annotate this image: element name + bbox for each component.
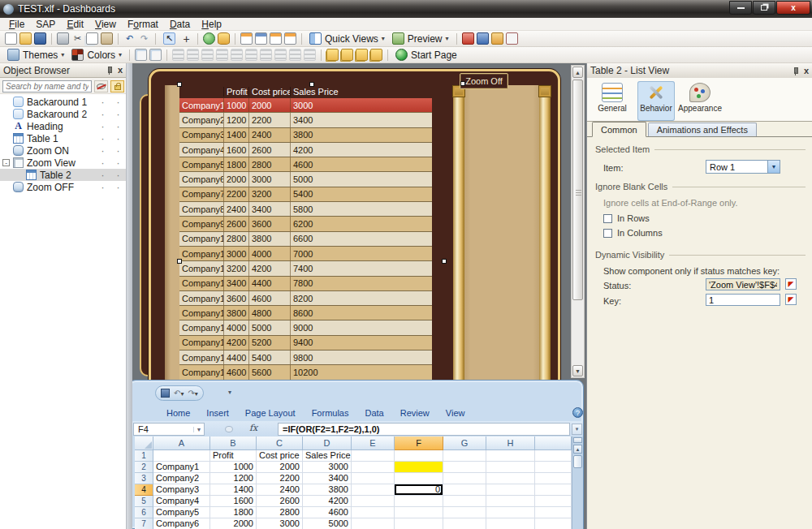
visibility-toggle[interactable]: · [95, 145, 110, 157]
pin-icon[interactable] [792, 67, 799, 75]
tree-collapse-icon[interactable]: - [2, 159, 10, 166]
tree-item-backaround-1[interactable]: Backaround 1·· [0, 96, 126, 108]
win-back-icon[interactable] [255, 32, 267, 45]
print-icon[interactable] [57, 32, 69, 45]
restore-button[interactable] [753, 1, 775, 15]
excel-tab-formulas[interactable]: Formulas [304, 408, 357, 418]
canvas-table-row[interactable]: Company3140024003800 [179, 128, 432, 143]
scrollbar-thumb[interactable] [572, 80, 583, 300]
ungroup-icon[interactable] [149, 49, 162, 61]
menu-help[interactable]: Help [196, 19, 227, 30]
excel-cell-C6[interactable]: 2800 [257, 507, 303, 518]
selection-handle[interactable] [460, 81, 465, 86]
excel-scrollbar-thumb[interactable] [573, 455, 582, 468]
lock-toggle[interactable]: · [110, 109, 126, 120]
tree-item-backaround-2[interactable]: Backaround 2·· [0, 108, 126, 120]
canvas-table-row[interactable]: Company9260036006200 [179, 217, 432, 231]
excel-cell-E2[interactable] [352, 462, 395, 473]
lock-toggle[interactable]: · [110, 170, 126, 181]
canvas-table-row[interactable]: Company10280038006600 [179, 232, 432, 247]
excel-row-header-5[interactable]: 5 [135, 496, 153, 507]
excel-column-header-D[interactable]: D [303, 437, 352, 450]
close-panel-icon[interactable]: x [118, 67, 123, 74]
panel-splitter[interactable] [127, 63, 132, 529]
excel-cell-G2[interactable] [443, 462, 486, 473]
excel-cell-E6[interactable] [352, 507, 395, 518]
excel-cell-G3[interactable] [443, 473, 486, 484]
tab-animations-and-effects[interactable]: Animations and Effects [648, 123, 757, 136]
excel-cell-E3[interactable] [352, 473, 395, 484]
excel-tab-review[interactable]: Review [392, 408, 438, 418]
menu-edit[interactable]: Edit [61, 19, 89, 30]
win-orange-icon[interactable] [240, 32, 253, 45]
selection-handle[interactable] [309, 82, 314, 87]
tree-item-heading[interactable]: AHeading·· [0, 120, 126, 132]
lock-toggle[interactable]: · [110, 157, 126, 169]
minimize-button[interactable] [729, 1, 752, 15]
excel-cell-F5[interactable] [395, 496, 443, 507]
canvas-table-row[interactable]: Company15380048008600 [179, 306, 432, 320]
excel-cell-D3[interactable]: 3400 [303, 473, 352, 484]
align-top-icon[interactable] [216, 49, 228, 61]
excel-cell-D6[interactable]: 4600 [303, 507, 352, 518]
canvas-table-row[interactable]: Company5180028004600 [179, 157, 432, 172]
excel-vertical-scrollbar[interactable]: ▲ [572, 437, 583, 529]
excel-formula-bar[interactable]: =IF(OR(F2=1,F2=2),1,0) [278, 423, 570, 436]
excel-cell-partial[interactable] [535, 473, 572, 484]
excel-cell-D1[interactable]: Sales Price [303, 450, 352, 462]
excel-split-handle[interactable] [573, 437, 582, 443]
tree-item-zoom-off[interactable]: Zoom OFF·· [0, 181, 126, 193]
insert-function-icon[interactable]: fx [249, 423, 257, 433]
canvas-workspace[interactable]: ProfitCost priceSales PriceCompany110002… [132, 63, 586, 529]
excel-column-header-B[interactable]: B [210, 437, 257, 450]
canvas-table-row[interactable]: Company194600560010200 [179, 365, 432, 380]
excel-cell-B6[interactable]: 1800 [210, 507, 257, 518]
menu-view[interactable]: View [89, 19, 122, 30]
menu-file[interactable]: File [3, 19, 30, 30]
cell-selector-icon[interactable]: ◤ [785, 294, 797, 305]
lock-column-button[interactable] [110, 80, 124, 92]
excel-cell-E5[interactable] [352, 496, 395, 507]
excel-cell-A7[interactable]: Company6 [153, 518, 210, 529]
excel-cell-H5[interactable] [486, 496, 535, 507]
visibility-toggle[interactable]: · [95, 133, 110, 144]
lock-toggle[interactable]: · [110, 97, 126, 108]
tab-common[interactable]: Common [592, 122, 646, 137]
excel-row-header-3[interactable]: 3 [135, 473, 153, 484]
excel-tab-home[interactable]: Home [158, 408, 198, 418]
cut-icon[interactable]: ✂ [71, 32, 84, 45]
excel-cell-F6[interactable] [395, 507, 443, 518]
excel-cell-G1[interactable] [443, 450, 486, 462]
refresh-icon[interactable] [203, 32, 215, 45]
sap-gold-icon[interactable] [491, 32, 503, 45]
excel-cell-A4[interactable]: Company3 [153, 484, 210, 496]
zoom-off-button[interactable]: Zoom Off [460, 73, 508, 89]
view-appearance[interactable]: Appearance [681, 81, 719, 121]
excel-row-header-1[interactable]: 1 [135, 450, 153, 462]
themes-button[interactable]: Themes▾ [5, 48, 67, 62]
excel-row-header-2[interactable]: 2 [135, 462, 153, 473]
checkbox-icon[interactable] [603, 214, 612, 223]
canvas-table-row[interactable]: Company7220032005400 [179, 187, 432, 202]
excel-row-header-4[interactable]: 4 [135, 484, 153, 496]
cursor-button[interactable]: ↖ [161, 32, 178, 46]
excel-save-icon[interactable] [161, 389, 170, 398]
excel-cell-C4[interactable]: 2400 [257, 484, 303, 496]
colors-button[interactable]: Colors▾ [69, 48, 124, 62]
excel-cell-H2[interactable] [486, 462, 535, 473]
canvas-table-row[interactable]: Company16400050009000 [179, 320, 432, 335]
in-rows-checkbox[interactable]: In Rows [603, 213, 650, 223]
excel-row-header-6[interactable]: 6 [135, 507, 153, 518]
excel-cell-D4[interactable]: 3800 [303, 484, 352, 496]
layer-back-icon[interactable] [370, 49, 382, 61]
canvas-table-row[interactable]: Company18440054009800 [179, 351, 432, 365]
excel-name-box[interactable]: F4 ▼ [133, 423, 205, 436]
preview-button[interactable]: Preview▾ [390, 32, 451, 46]
formula-bar-expand-icon[interactable]: ▾ [572, 424, 582, 435]
key-input[interactable] [706, 294, 780, 306]
excel-cell-A3[interactable]: Company2 [153, 473, 210, 484]
excel-column-header-H[interactable]: H [486, 437, 535, 450]
excel-cell-partial[interactable] [535, 518, 572, 529]
open-icon[interactable] [19, 32, 32, 45]
align-hcenter-icon[interactable] [231, 49, 243, 61]
